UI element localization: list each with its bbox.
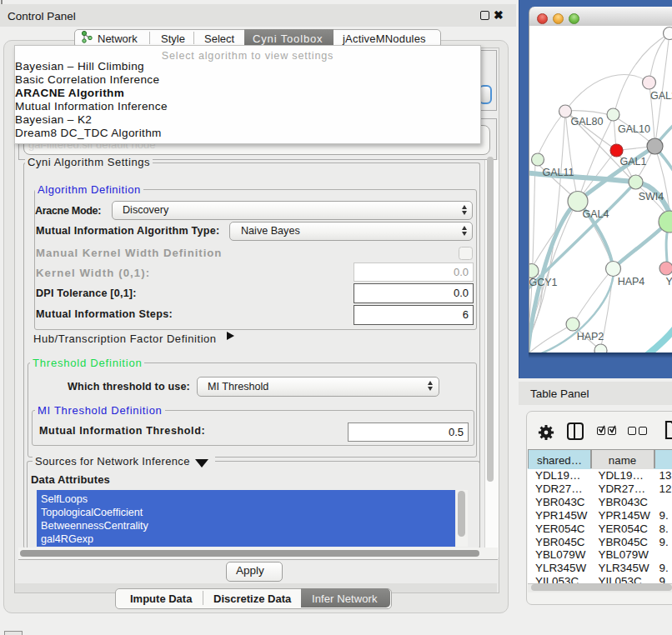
svg-text:GAL4: GAL4 [583, 208, 609, 220]
svg-text:GAL80: GAL80 [571, 116, 604, 128]
svg-text:GAL1: GAL1 [620, 156, 647, 168]
svg-text:GCY1: GCY1 [529, 277, 558, 288]
svg-text:GAL10: GAL10 [618, 123, 650, 135]
svg-text:YM: YM [666, 276, 672, 288]
svg-text:GAL2: GAL2 [650, 90, 672, 102]
svg-text:HAP4: HAP4 [618, 276, 645, 288]
svg-text:SWI4: SWI4 [639, 191, 664, 202]
svg-text:HAP2: HAP2 [577, 331, 604, 342]
svg-text:GAL11: GAL11 [543, 167, 574, 178]
